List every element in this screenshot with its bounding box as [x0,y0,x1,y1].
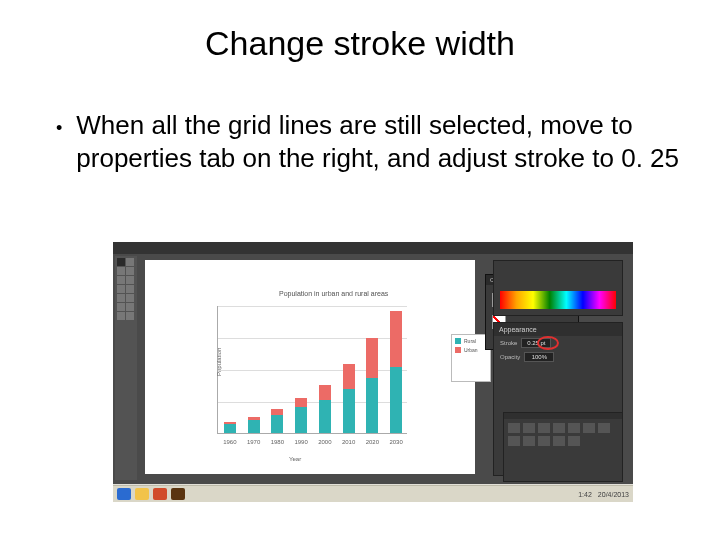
zoom-tool-icon[interactable] [126,312,134,320]
bar-segment-rural [271,415,283,433]
type-tool-icon[interactable] [126,267,134,275]
x-tick-label: 2000 [318,439,331,445]
opacity-label: Opacity [500,354,520,360]
bar-segment-rural [319,400,331,433]
x-axis-label: Year [289,456,301,462]
brush-icon[interactable] [553,423,565,433]
bar-group [271,409,283,433]
brush-icon[interactable] [568,436,580,446]
pencil-tool-icon[interactable] [126,285,134,293]
bullet-item: • When all the grid lines are still sele… [56,109,680,174]
bar-group [248,417,260,433]
bar-group [390,311,402,434]
x-tick-label: 2020 [366,439,379,445]
opacity-value-field[interactable]: 100% [524,352,554,362]
selection-tool-icon[interactable] [117,258,125,266]
gridline [218,338,407,339]
bar-segment-urban [319,385,331,400]
brush-icon[interactable] [538,423,550,433]
taskbar-date: 20/4/2013 [598,491,629,498]
bar-group [319,385,331,433]
illustrator-icon[interactable] [171,488,185,500]
x-tick-label: 1980 [271,439,284,445]
legend-label: Urban [464,347,478,353]
bullet-dot-icon: • [56,117,62,140]
brushes-panel[interactable] [503,412,623,482]
bar-segment-urban [295,398,307,407]
app-menubar[interactable] [113,242,633,254]
legend-label: Rural [464,338,476,344]
chart: Population in urban and rural areas Popu… [199,290,453,468]
x-tick-label: 1990 [294,439,307,445]
plot-area: Population 19601970198019902000201020202… [217,306,407,434]
properties-header: Appearance [494,323,622,336]
gridline [218,306,407,307]
internet-explorer-icon[interactable] [117,488,131,500]
bar-segment-urban [390,311,402,368]
direct-select-tool-icon[interactable] [126,258,134,266]
y-axis-label: Population [216,348,222,376]
x-tick-label: 1970 [247,439,260,445]
gridline [218,402,407,403]
bar-segment-urban [366,338,378,378]
brush-tool-icon[interactable] [117,285,125,293]
bar-group [343,364,355,433]
taskbar-time: 1:42 [578,491,592,498]
rotate-tool-icon[interactable] [117,294,125,302]
stroke-label: Stroke [500,340,517,346]
windows-taskbar[interactable]: 1:42 20/4/2013 [113,485,633,502]
tools-panel[interactable] [115,256,137,480]
stroke-row: Stroke 0.25 pt [494,336,622,350]
color-spectrum-icon[interactable] [500,291,616,309]
brush-icon[interactable] [568,423,580,433]
bar-group [366,338,378,433]
bar-segment-rural [390,367,402,433]
brush-icon[interactable] [508,423,520,433]
bar-segment-rural [295,407,307,433]
powerpoint-icon[interactable] [153,488,167,500]
bar-segment-rural [224,424,236,433]
artboard: Population in urban and rural areas Popu… [145,260,475,474]
gradient-tool-icon[interactable] [126,303,134,311]
brush-icon[interactable] [583,423,595,433]
bar-segment-rural [366,378,378,433]
legend-swatch-rural-icon [455,338,461,344]
bar-segment-urban [343,364,355,390]
x-tick-label: 2010 [342,439,355,445]
brush-icon[interactable] [553,436,565,446]
bar-segment-rural [248,420,260,433]
brush-icon[interactable] [508,436,520,446]
brush-grid [504,419,622,450]
rect-tool-icon[interactable] [126,276,134,284]
x-tick-label: 1960 [223,439,236,445]
brush-icon[interactable] [538,436,550,446]
scale-tool-icon[interactable] [126,294,134,302]
brush-icon[interactable] [523,423,535,433]
x-tick-label: 2030 [389,439,402,445]
bar-group [224,422,236,433]
brush-icon[interactable] [523,436,535,446]
bullet-text: When all the grid lines are still select… [76,109,680,174]
bar-group [295,398,307,433]
legend-swatch-urban-icon [455,347,461,353]
eyedropper-tool-icon[interactable] [117,303,125,311]
chart-title: Population in urban and rural areas [279,290,388,297]
embedded-screenshot: Population in urban and rural areas Popu… [113,242,633,502]
brush-icon[interactable] [598,423,610,433]
hand-tool-icon[interactable] [117,312,125,320]
bar-segment-rural [343,389,355,433]
stroke-value-field[interactable]: 0.25 pt [521,338,551,348]
gridline [218,370,407,371]
color-panel-docked[interactable] [493,260,623,316]
pen-tool-icon[interactable] [117,267,125,275]
file-explorer-icon[interactable] [135,488,149,500]
line-tool-icon[interactable] [117,276,125,284]
slide-title: Change stroke width [0,24,720,63]
opacity-row: Opacity 100% [494,350,622,364]
